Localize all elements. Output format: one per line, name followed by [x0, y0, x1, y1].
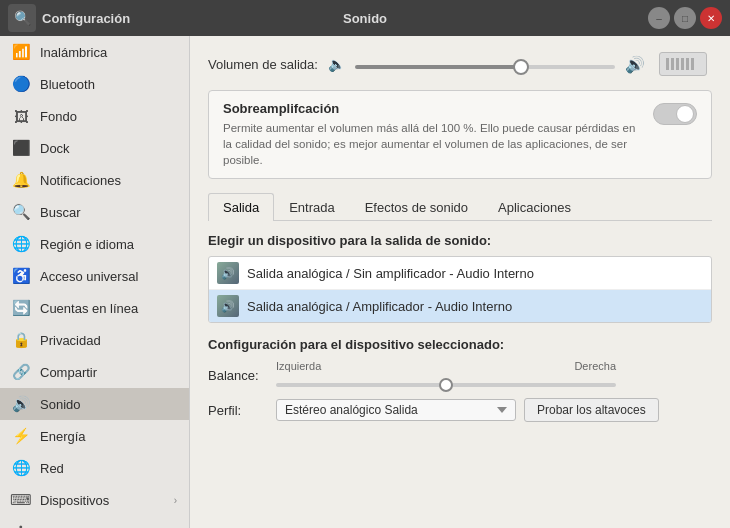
sidebar-item-label: Dispositivos [40, 493, 164, 508]
tab-efectos-label: Efectos de sonido [365, 200, 468, 215]
privacy-icon: 🔒 [12, 331, 30, 349]
minimize-button[interactable]: – [648, 7, 670, 29]
tab-entrada[interactable]: Entrada [274, 193, 350, 221]
profile-select[interactable]: Estéreo analógico Salida Estéreo analógi… [276, 399, 516, 421]
amplification-text: Sobreamplifcación Permite aumentar el vo… [223, 101, 641, 168]
accessibility-icon: ♿ [12, 267, 30, 285]
sidebar-item-label: Notificaciones [40, 173, 177, 188]
sidebar-item-dispositivos[interactable]: ⌨ Dispositivos › [0, 484, 189, 516]
sidebar-item-fondo[interactable]: 🖼 Fondo [0, 100, 189, 132]
sidebar-item-energia[interactable]: ⚡ Energía [0, 420, 189, 452]
device-icon-2 [217, 295, 239, 317]
config-section-title: Configuración para el dispositivo selecc… [208, 337, 712, 352]
sidebar-item-privacidad[interactable]: 🔒 Privacidad [0, 324, 189, 356]
sidebar-item-detalles[interactable]: ℹ Detalles › [0, 516, 189, 528]
balance-slider[interactable] [276, 383, 616, 387]
sidebar-item-bluetooth[interactable]: 🔵 Bluetooth [0, 68, 189, 100]
sidebar-item-dock[interactable]: ⬛ Dock [0, 132, 189, 164]
titlebar-left: 🔍 Configuración [8, 4, 198, 32]
network-icon: 🌐 [12, 459, 30, 477]
sidebar-item-label: Acceso universal [40, 269, 177, 284]
sidebar-item-label: Sonido [40, 397, 177, 412]
app-title: Configuración [42, 11, 130, 26]
volume-high-icon: 🔊 [625, 55, 645, 74]
sidebar-item-label: Inalámbrica [40, 45, 177, 60]
sidebar-item-label: Privacidad [40, 333, 177, 348]
tab-entrada-label: Entrada [289, 200, 335, 215]
sidebar-item-label: Cuentas en línea [40, 301, 177, 316]
sound-icon: 🔊 [12, 395, 30, 413]
volume-slider[interactable] [355, 65, 615, 69]
balance-label: Balance: [208, 368, 268, 383]
tab-aplicaciones-label: Aplicaciones [498, 200, 571, 215]
sidebar-item-inalambrica[interactable]: 📶 Inalámbrica [0, 36, 189, 68]
background-icon: 🖼 [12, 107, 30, 125]
config-section: Configuración para el dispositivo selecc… [208, 337, 712, 422]
power-icon: ⚡ [12, 427, 30, 445]
profile-label: Perfil: [208, 403, 268, 418]
test-speakers-button[interactable]: Probar los altavoces [524, 398, 659, 422]
titlebar: 🔍 Configuración Sonido – □ ✕ [0, 0, 730, 36]
sidebar-item-label: Red [40, 461, 177, 476]
device-section-title: Elegir un dispositivo para la salida de … [208, 233, 712, 248]
amplification-title: Sobreamplifcación [223, 101, 641, 116]
content-area: Volumen de salida: 🔈 🔊 Sobreamplifcación… [190, 36, 730, 528]
tabs: Salida Entrada Efectos de sonido Aplicac… [208, 193, 712, 221]
region-icon: 🌐 [12, 235, 30, 253]
sidebar-item-red[interactable]: 🌐 Red [0, 452, 189, 484]
details-icon: ℹ [12, 523, 30, 528]
close-button[interactable]: ✕ [700, 7, 722, 29]
notifications-icon: 🔔 [12, 171, 30, 189]
search-button[interactable]: 🔍 [8, 4, 36, 32]
tab-salida[interactable]: Salida [208, 193, 274, 221]
dock-icon: ⬛ [12, 139, 30, 157]
device-label-1: Salida analógica / Sin amplificador - Au… [247, 266, 534, 281]
balance-row: Balance: Izquierda Derecha [208, 360, 712, 390]
share-icon: 🔗 [12, 363, 30, 381]
sidebar-item-cuentas[interactable]: 🔄 Cuentas en línea [0, 292, 189, 324]
device-icon-1 [217, 262, 239, 284]
window-controls: – □ ✕ [648, 7, 722, 29]
sidebar-item-label: Región e idioma [40, 237, 177, 252]
sidebar-item-label: Detalles [40, 525, 164, 529]
wifi-icon: 📶 [12, 43, 30, 61]
tab-aplicaciones[interactable]: Aplicaciones [483, 193, 586, 221]
devices-icon: ⌨ [12, 491, 30, 509]
balance-left-label: Izquierda [276, 360, 321, 372]
amplification-toggle[interactable] [653, 103, 697, 125]
sidebar-item-label: Energía [40, 429, 177, 444]
device-item-2[interactable]: Salida analógica / Amplificador - Audio … [209, 290, 711, 322]
chevron-right-icon: › [174, 495, 177, 506]
device-label-2: Salida analógica / Amplificador - Audio … [247, 299, 512, 314]
device-item-1[interactable]: Salida analógica / Sin amplificador - Au… [209, 257, 711, 290]
sidebar-item-label: Buscar [40, 205, 177, 220]
sidebar-item-label: Bluetooth [40, 77, 177, 92]
volume-bar [666, 58, 694, 70]
sidebar-item-notificaciones[interactable]: 🔔 Notificaciones [0, 164, 189, 196]
balance-right-label: Derecha [574, 360, 616, 372]
sidebar-item-label: Dock [40, 141, 177, 156]
sidebar-item-buscar[interactable]: 🔍 Buscar [0, 196, 189, 228]
search2-icon: 🔍 [12, 203, 30, 221]
main-layout: 📶 Inalámbrica 🔵 Bluetooth 🖼 Fondo ⬛ Dock… [0, 36, 730, 528]
sidebar-item-sonido[interactable]: 🔊 Sonido [0, 388, 189, 420]
volume-display [659, 52, 707, 76]
volume-slider-wrap [355, 57, 615, 72]
maximize-button[interactable]: □ [674, 7, 696, 29]
profile-row: Perfil: Estéreo analógico Salida Estéreo… [208, 398, 712, 422]
volume-label: Volumen de salida: [208, 57, 318, 72]
bluetooth-icon: 🔵 [12, 75, 30, 93]
search-icon: 🔍 [14, 10, 31, 26]
sidebar-item-compartir[interactable]: 🔗 Compartir [0, 356, 189, 388]
device-list: Salida analógica / Sin amplificador - Au… [208, 256, 712, 323]
amplification-desc: Permite aumentar el volumen más allá del… [223, 120, 641, 168]
accounts-icon: 🔄 [12, 299, 30, 317]
sidebar: 📶 Inalámbrica 🔵 Bluetooth 🖼 Fondo ⬛ Dock… [0, 36, 190, 528]
sidebar-item-acceso[interactable]: ♿ Acceso universal [0, 260, 189, 292]
section-title: Sonido [343, 11, 387, 26]
tab-efectos[interactable]: Efectos de sonido [350, 193, 483, 221]
sidebar-item-label: Fondo [40, 109, 177, 124]
sidebar-item-region[interactable]: 🌐 Región e idioma [0, 228, 189, 260]
volume-row: Volumen de salida: 🔈 🔊 [208, 52, 712, 76]
sidebar-item-label: Compartir [40, 365, 177, 380]
